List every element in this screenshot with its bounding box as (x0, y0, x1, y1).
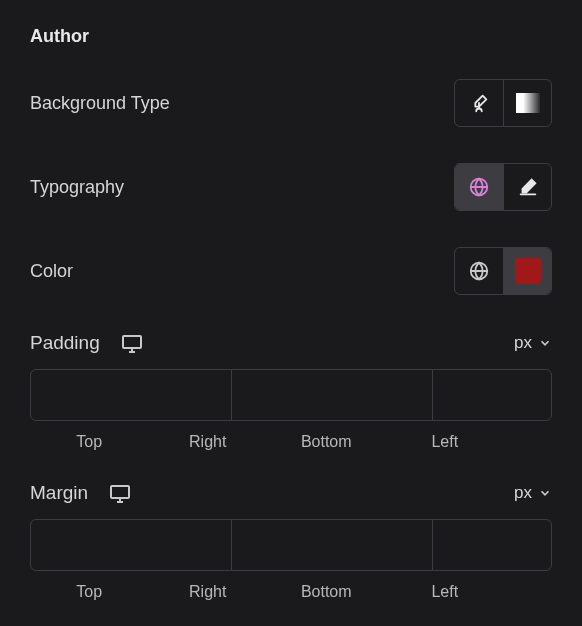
chevron-down-icon (538, 486, 552, 500)
margin-top-sublabel: Top (30, 583, 149, 601)
padding-left-sublabel: Left (386, 433, 505, 451)
desktop-icon[interactable] (108, 481, 132, 505)
padding-top-sublabel: Top (30, 433, 149, 451)
pencil-icon (517, 176, 539, 198)
background-type-group (454, 79, 552, 127)
color-row: Color (30, 247, 552, 295)
typography-row: Typography (30, 163, 552, 211)
desktop-icon[interactable] (120, 331, 144, 355)
background-type-row: Background Type (30, 79, 552, 127)
margin-right-input[interactable] (232, 520, 433, 570)
section-title: Author (30, 26, 552, 47)
margin-bottom-input[interactable] (433, 520, 552, 570)
color-global-button[interactable] (455, 248, 503, 294)
globe-icon (468, 176, 490, 198)
margin-unit-value: px (514, 483, 532, 503)
padding-bottom-input[interactable] (433, 370, 552, 420)
padding-top-input[interactable] (31, 370, 232, 420)
typography-group (454, 163, 552, 211)
padding-inputs (30, 369, 552, 421)
color-label: Color (30, 261, 73, 282)
typography-global-button[interactable] (455, 164, 503, 210)
padding-label: Padding (30, 332, 100, 354)
padding-unit-select[interactable]: px (514, 333, 552, 353)
svg-rect-2 (123, 336, 141, 348)
padding-bottom-sublabel: Bottom (267, 433, 386, 451)
margin-bottom-sublabel: Bottom (267, 583, 386, 601)
color-swatch (515, 258, 541, 284)
margin-sublabels: Top Right Bottom Left (30, 583, 552, 601)
padding-right-input[interactable] (232, 370, 433, 420)
globe-icon (468, 260, 490, 282)
margin-left-sublabel: Left (386, 583, 505, 601)
background-classic-button[interactable] (455, 80, 503, 126)
margin-section: Margin px Top Right Bottom Left (30, 481, 552, 601)
padding-right-sublabel: Right (149, 433, 268, 451)
padding-unit-value: px (514, 333, 532, 353)
color-group (454, 247, 552, 295)
margin-unit-select[interactable]: px (514, 483, 552, 503)
padding-sublabels: Top Right Bottom Left (30, 433, 552, 451)
padding-header: Padding px (30, 331, 552, 355)
padding-section: Padding px Top Right Bottom Left (30, 331, 552, 451)
background-gradient-button[interactable] (503, 80, 551, 126)
gradient-icon (516, 93, 540, 113)
brush-icon (468, 92, 490, 114)
margin-right-sublabel: Right (149, 583, 268, 601)
svg-rect-3 (111, 486, 129, 498)
chevron-down-icon (538, 336, 552, 350)
margin-header: Margin px (30, 481, 552, 505)
background-type-label: Background Type (30, 93, 170, 114)
typography-label: Typography (30, 177, 124, 198)
color-picker-button[interactable] (503, 248, 551, 294)
margin-top-input[interactable] (31, 520, 232, 570)
typography-edit-button[interactable] (503, 164, 551, 210)
margin-inputs (30, 519, 552, 571)
margin-label: Margin (30, 482, 88, 504)
